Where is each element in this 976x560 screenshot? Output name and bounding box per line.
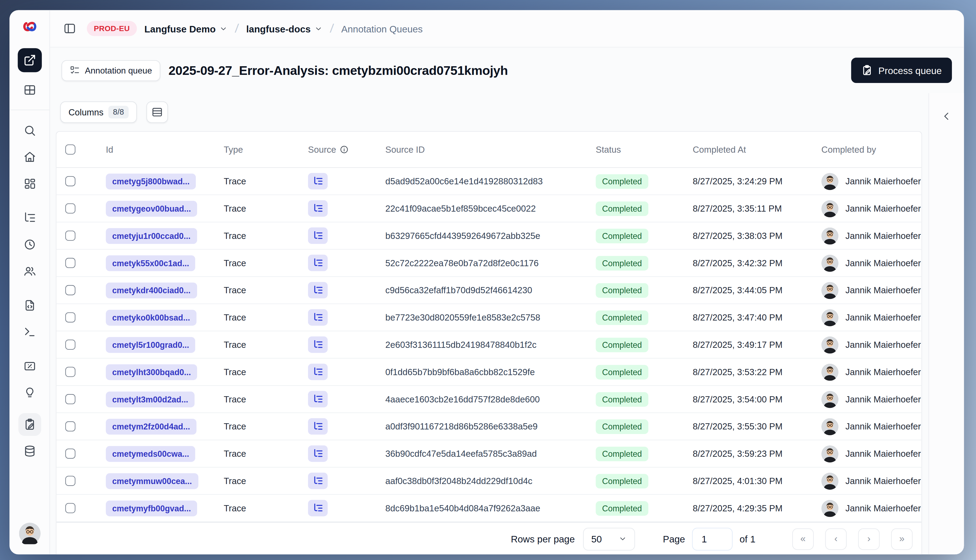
item-id-link[interactable]: cmetylt3m00d2ad... [106,392,194,407]
sidebar-item-home[interactable] [18,146,41,168]
rows-per-page-label: Rows per page [511,533,575,544]
sidebar-item-tables[interactable] [18,78,41,102]
row-checkbox[interactable] [65,230,75,241]
page-of-label: of 1 [740,533,756,544]
source-trace-button[interactable] [308,500,328,517]
row-checkbox[interactable] [65,258,75,268]
trace-tree-icon [313,394,323,404]
source-trace-button[interactable] [308,255,328,271]
item-id-link[interactable]: cmetylht300bqad0... [106,364,197,380]
source-trace-button[interactable] [308,309,328,326]
user-avatar-button[interactable] [18,523,40,544]
sidebar-item-playground[interactable] [18,320,41,343]
sidebar-item-annotation-queues[interactable] [18,413,41,436]
sidebar-item-tracing[interactable] [18,207,41,229]
table-row[interactable]: cmetyl5r100grad0... Trace 2e603f31361115… [57,332,922,358]
sidebar-item-sessions[interactable] [18,233,41,256]
table-row[interactable]: cmetymeds00cwa... Trace 36b90cdfc47e5da1… [57,440,922,468]
row-checkbox[interactable] [65,285,75,295]
sidebar-item-search[interactable] [18,119,41,142]
source-trace-button[interactable] [308,473,328,489]
avatar [821,472,838,490]
table-row[interactable]: cmetyk55x00c1ad... Trace 52c72c2222ea78e… [57,250,922,277]
table-row[interactable]: cmetymyfb00gvad... Trace 8dc69b1ba1e540b… [57,495,922,522]
row-height-button[interactable] [146,102,168,123]
columns-button[interactable]: Columns 8/8 [60,102,137,123]
item-id-link[interactable]: cmetymeds00cwa... [106,446,195,462]
item-id-link[interactable]: cmetyju1r00ccad0... [106,228,197,244]
row-completed-by: Jannik Maierhoefer [846,285,921,295]
source-trace-button[interactable] [308,445,328,462]
next-page-button[interactable]: › [858,528,880,550]
sidebar-item-users[interactable] [18,260,41,282]
sidebar-item-evaluation[interactable] [18,382,41,404]
table-row[interactable]: cmetyko0k00bsad... Trace be7723e30d80205… [57,304,922,332]
app-window: PROD-EU Langfuse Demo / langfuse-docs / … [10,10,964,555]
trace-tree-icon [313,176,323,187]
row-completed-by: Jannik Maierhoefer [846,448,921,459]
item-id-link[interactable]: cmetymmuw00cea... [106,473,198,489]
row-checkbox[interactable] [65,340,75,350]
item-id-link[interactable]: cmetyko0k00bsad... [106,310,196,325]
item-id-link[interactable]: cmetyl5r100grad0... [106,337,195,353]
table-row[interactable]: cmetylht300bqad0... Trace 0f1dd65b7bb9bf… [57,358,922,386]
source-trace-button[interactable] [308,337,328,353]
sidebar-toggle-button[interactable] [60,19,79,38]
row-checkbox[interactable] [65,448,75,459]
row-type: Trace [224,340,308,350]
trace-tree-icon [313,422,323,432]
page-number-input[interactable]: 1 [692,528,733,550]
row-source-id: be7723e30d8020559fe1e8583e2c5758 [385,312,596,323]
source-trace-button[interactable] [308,418,328,435]
first-page-button[interactable]: « [792,528,814,550]
row-checkbox[interactable] [65,203,75,213]
collapse-panel-button[interactable] [938,107,956,125]
table-row[interactable]: cmetygeov00buad... Trace 22c41f09acae5b1… [57,195,922,222]
row-checkbox[interactable] [65,476,75,486]
table-row[interactable]: cmetyju1r00ccad0... Trace b63297665cfd44… [57,222,922,250]
row-source-id: 22c41f09acae5b1ef859bcec45ce0022 [385,203,596,213]
last-page-button[interactable]: » [891,528,913,550]
sidebar-item-dashboards[interactable] [18,172,41,195]
sidebar-item-datasets[interactable] [18,440,41,462]
item-id-link[interactable]: cmetym2fz00d4ad... [106,418,196,434]
process-queue-button[interactable]: Process queue [851,58,952,83]
chevron-down-icon [314,24,322,32]
row-checkbox[interactable] [65,367,75,377]
row-source-id: 0f1dd65b7bb9bf6ba8a6cbb82c1529fe [385,367,596,377]
avatar [821,173,838,190]
item-id-link[interactable]: cmetymyfb00gvad... [106,500,197,516]
page-title: 2025-09-27_Error-Analysis: cmetybzmi00cr… [169,63,508,78]
table-row[interactable]: cmetykdr400ciad0... Trace c9d56ca32efaff… [57,277,922,304]
table-row[interactable]: cmetylt3m00d2ad... Trace 4aaece1603cb2e1… [57,386,922,413]
rows-per-page-select[interactable]: 50 [583,528,635,550]
table-row[interactable]: cmetymmuw00cea... Trace aaf0c38db0f3f204… [57,468,922,495]
org-selector[interactable]: Langfuse Demo [144,23,228,34]
source-trace-button[interactable] [308,228,328,244]
source-trace-button[interactable] [308,282,328,298]
previous-page-button[interactable]: ‹ [825,528,847,550]
row-checkbox[interactable] [65,312,75,323]
table-row[interactable]: cmetyg5j800bwad... Trace d5ad9d52a00c6e1… [57,168,922,195]
source-trace-button[interactable] [308,200,328,217]
sidebar-item-scores[interactable] [18,355,41,378]
breadcrumb: PROD-EU Langfuse Demo / langfuse-docs / … [50,10,964,48]
project-selector[interactable]: langfuse-docs [246,23,323,34]
table-row[interactable]: cmetym2fz00d4ad... Trace a0df3f901167218… [57,413,922,440]
row-checkbox[interactable] [65,176,75,187]
sidebar [10,10,50,555]
row-checkbox[interactable] [65,394,75,404]
item-id-link[interactable]: cmetygeov00buad... [106,200,197,217]
select-all-checkbox[interactable] [65,144,75,155]
table-icon [23,83,36,96]
sidebar-item-prompts[interactable] [18,294,41,317]
item-id-link[interactable]: cmetyk55x00c1ad... [106,255,195,271]
item-id-link[interactable]: cmetykdr400ciad0... [106,282,197,298]
item-id-link[interactable]: cmetyg5j800bwad... [106,173,196,189]
source-trace-button[interactable] [308,391,328,407]
row-checkbox[interactable] [65,422,75,432]
source-trace-button[interactable] [308,173,328,190]
source-trace-button[interactable] [308,364,328,380]
row-checkbox[interactable] [65,503,75,513]
open-external-button[interactable] [17,48,42,72]
